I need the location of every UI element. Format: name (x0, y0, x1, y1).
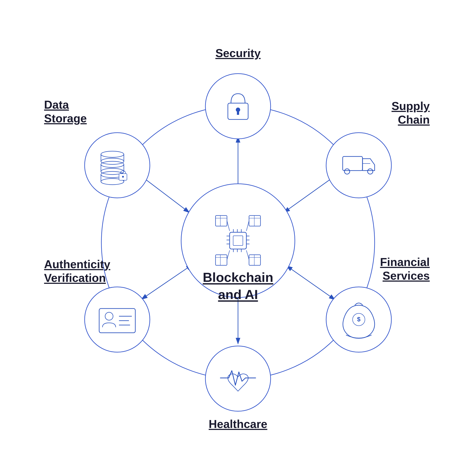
svg-point-74 (122, 176, 124, 178)
svg-point-40 (205, 74, 271, 139)
center-label: Blockchainand AI (40, 269, 436, 303)
svg-point-44 (326, 133, 391, 198)
security-label: Security (40, 46, 436, 60)
diagram-container: $ (40, 29, 436, 447)
data-storage-label: DataStorage (44, 98, 87, 125)
supply-chain-label: SupplyChain (391, 99, 430, 127)
svg-rect-43 (237, 111, 239, 115)
svg-point-52 (205, 346, 271, 411)
svg-point-59 (85, 133, 150, 198)
svg-text:$: $ (357, 316, 360, 323)
svg-line-8 (141, 176, 185, 209)
svg-line-4 (288, 176, 335, 209)
healthcare-label: Healthcare (40, 417, 436, 431)
